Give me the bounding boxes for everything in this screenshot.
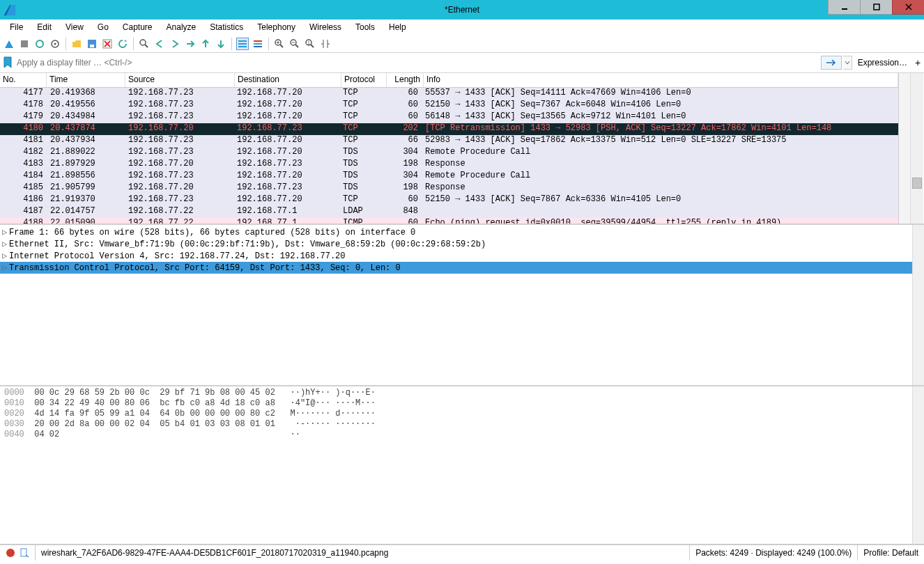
column-protocol[interactable]: Protocol (341, 73, 387, 87)
table-row[interactable]: 418020.437874192.168.77.20192.168.77.23T… (0, 123, 898, 135)
expression-button[interactable]: Expression… (854, 58, 911, 68)
column-info[interactable]: Info (424, 73, 898, 87)
go-back-icon[interactable] (153, 38, 166, 50)
menu-capture[interactable]: Capture (116, 21, 160, 33)
column-source[interactable]: Source (125, 73, 235, 87)
go-last-icon[interactable] (215, 38, 227, 50)
hex-line[interactable]: 0030 20 00 2d 8a 00 00 02 04 05 b4 01 03… (4, 419, 920, 430)
menu-file[interactable]: File (3, 21, 30, 33)
reload-icon[interactable] (116, 38, 129, 50)
hex-line[interactable]: 0040 04 02 ·· (4, 430, 920, 440)
svg-line-27 (295, 45, 298, 47)
svg-rect-16 (238, 43, 247, 45)
svg-line-30 (311, 45, 314, 47)
tree-item[interactable]: ▷Ethernet II, Src: Vmware_bf:71:9b (00:0… (0, 238, 924, 250)
column-destination[interactable]: Destination (235, 73, 341, 87)
hex-line[interactable]: 0020 4d 14 fa 9f 05 99 a1 04 64 0b 00 00… (4, 409, 920, 419)
separator (66, 38, 66, 50)
menu-help[interactable]: Help (382, 21, 413, 33)
zoom-in-icon[interactable] (273, 38, 286, 50)
start-capture-icon[interactable] (3, 38, 15, 50)
autoscroll-icon[interactable] (236, 38, 249, 50)
details-scrollbar[interactable] (912, 225, 924, 385)
svg-rect-4 (21, 40, 28, 47)
minimize-button[interactable] (828, 0, 860, 15)
menu-telephony[interactable]: Telephony (250, 21, 302, 33)
tree-item[interactable]: ▷Internet Protocol Version 4, Src: 192.1… (0, 250, 924, 262)
colorize-icon[interactable] (252, 38, 264, 50)
hex-line[interactable]: 0010 00 34 22 49 40 00 80 06 bc fb c0 a8… (4, 398, 920, 409)
expand-arrow-icon[interactable]: ▷ (2, 239, 9, 249)
table-row[interactable]: 418822.015090192.168.77.22192.168.77.1IC… (0, 218, 898, 224)
column-no[interactable]: No. (0, 73, 47, 87)
table-row[interactable]: 418221.889022192.168.77.23192.168.77.20T… (0, 147, 898, 159)
separator (231, 38, 232, 50)
menubar: File Edit View Go Capture Analyze Statis… (0, 19, 924, 36)
maximize-button[interactable] (860, 0, 892, 15)
options-icon[interactable] (49, 38, 61, 50)
scrollbar-thumb[interactable] (912, 178, 922, 189)
tree-item[interactable]: ▷Transmission Control Protocol, Src Port… (0, 262, 924, 274)
svg-rect-15 (238, 40, 247, 42)
column-time[interactable]: Time (47, 73, 125, 87)
capture-file-properties-icon[interactable] (20, 548, 29, 558)
scrollbar[interactable] (911, 73, 923, 224)
hex-line[interactable]: 0000 00 0c 29 68 59 2b 00 0c 29 bf 71 9b… (4, 388, 920, 398)
table-row[interactable]: 418120.437934192.168.77.23192.168.77.20T… (0, 135, 898, 147)
svg-point-13 (140, 40, 146, 45)
resize-columns-icon[interactable] (319, 38, 332, 50)
bytes-scrollbar[interactable] (912, 386, 924, 544)
close-button[interactable] (892, 0, 924, 15)
zoom-out-icon[interactable] (288, 38, 301, 50)
menu-go[interactable]: Go (91, 21, 116, 33)
status-profile[interactable]: Profile: Default (863, 548, 918, 558)
zoom-reset-icon[interactable]: 1 (304, 38, 316, 50)
column-length[interactable]: Length (387, 73, 424, 87)
tree-item[interactable]: ▷Frame 1: 66 bytes on wire (528 bits), 6… (0, 226, 924, 238)
stop-capture-icon[interactable] (18, 38, 31, 50)
add-filter-button[interactable]: + (913, 57, 923, 68)
table-row[interactable]: 418421.898556192.168.77.23192.168.77.20T… (0, 171, 898, 182)
menu-wireless[interactable]: Wireless (302, 21, 348, 33)
go-to-packet-icon[interactable] (184, 38, 197, 50)
menu-statistics[interactable]: Statistics (203, 21, 250, 33)
go-forward-icon[interactable] (169, 38, 181, 50)
packet-details-pane[interactable]: ▷Frame 1: 66 bytes on wire (528 bits), 6… (0, 225, 924, 386)
table-row[interactable]: 417720.419368192.168.77.23192.168.77.20T… (0, 88, 898, 100)
packet-list-header[interactable]: No. Time Source Destination Protocol Len… (0, 73, 898, 88)
menu-view[interactable]: View (59, 21, 91, 33)
menu-analyze[interactable]: Analyze (160, 21, 203, 33)
open-file-icon[interactable] (70, 38, 83, 50)
svg-rect-1 (874, 4, 879, 10)
table-row[interactable]: 417920.434984192.168.77.23192.168.77.20T… (0, 111, 898, 123)
close-file-icon[interactable] (101, 38, 114, 50)
find-icon[interactable] (138, 38, 151, 50)
table-row[interactable]: 418722.014757192.168.77.22192.168.77.1LD… (0, 206, 898, 218)
display-filter-input[interactable] (15, 56, 818, 70)
go-first-icon[interactable] (199, 38, 212, 50)
menu-edit[interactable]: Edit (30, 21, 59, 33)
table-row[interactable]: 418621.919370192.168.77.23192.168.77.20T… (0, 194, 898, 206)
save-file-icon[interactable] (86, 38, 98, 50)
svg-line-24 (280, 45, 283, 47)
apply-filter-button[interactable] (821, 56, 842, 70)
bookmark-icon[interactable] (3, 56, 13, 69)
svg-rect-20 (254, 46, 262, 47)
filter-history-dropdown[interactable] (843, 56, 852, 70)
filter-bar: Expression… + (0, 53, 924, 73)
intelligent-scrollbar[interactable] (899, 73, 911, 224)
restart-capture-icon[interactable] (33, 38, 46, 50)
expert-info-icon[interactable] (6, 548, 15, 558)
svg-rect-9 (90, 45, 94, 47)
table-row[interactable]: 417820.419556192.168.77.23192.168.77.20T… (0, 100, 898, 111)
table-row[interactable]: 418321.897929192.168.77.20192.168.77.23T… (0, 159, 898, 171)
expand-arrow-icon[interactable]: ▷ (2, 227, 9, 237)
packet-list-body[interactable]: 417720.419368192.168.77.23192.168.77.20T… (0, 88, 898, 224)
menu-tools[interactable]: Tools (348, 21, 382, 33)
status-bar: wireshark_7A2F6AD6-9829-47FE-AAA4-DE5DB1… (0, 545, 924, 561)
packet-bytes-pane[interactable]: 0000 00 0c 29 68 59 2b 00 0c 29 bf 71 9b… (0, 386, 924, 545)
status-file-path: wireshark_7A2F6AD6-9829-47FE-AAA4-DE5DB1… (41, 548, 388, 558)
expand-arrow-icon[interactable]: ▷ (2, 251, 9, 261)
expand-arrow-icon[interactable]: ▷ (2, 263, 9, 273)
table-row[interactable]: 418521.905799192.168.77.20192.168.77.23T… (0, 182, 898, 194)
